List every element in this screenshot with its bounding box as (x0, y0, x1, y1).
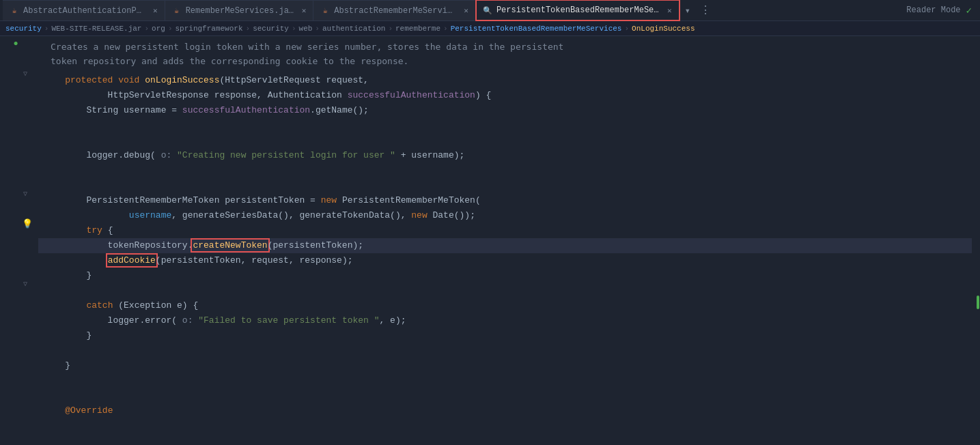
code-line-blank5 (38, 283, 972, 298)
breadcrumb-springframework: springframework (175, 25, 242, 33)
addcookie-indent (44, 255, 108, 265)
code-line-blank7 (38, 373, 972, 388)
scrollbar[interactable] (972, 36, 980, 445)
generate-suffix: , generateSeriesData(), generateTokenDat… (171, 210, 411, 220)
sig-line2-prefix: HttpServletResponse response, Authentica… (44, 90, 348, 100)
code-editor[interactable]: Creates a new persistent login token wit… (38, 36, 972, 445)
tab-label-3: AbstractRememberMeServices.java (334, 6, 457, 16)
tab-persistent-token[interactable]: 🔍 PersistentTokenBasedRememberMeServices… (476, 0, 680, 20)
breadcrumb-web: web (299, 25, 313, 33)
gutter-row-blank4 (0, 171, 34, 186)
label-o1: o: (156, 150, 177, 160)
scrollbar-marker-green (977, 296, 979, 309)
code-line-override: @Override (38, 403, 972, 418)
var-sa2: successfulAuthentication (182, 105, 310, 115)
logger-error-prefix: logger.error( (44, 315, 177, 326)
tab-bar: ☕ AbstractAuthenticationProcessingFilter… (0, 0, 980, 21)
reader-mode-area: Reader Mode ✓ (906, 5, 980, 16)
code-line-logger-error: logger.error( o: "Failed to save persist… (38, 313, 972, 328)
try-indent (44, 225, 86, 235)
code-line-blank8 (38, 388, 972, 403)
gutter-row-8 (0, 231, 34, 246)
tab-overflow-btn[interactable]: ▾ (680, 5, 696, 16)
code-line-logger-debug: logger.debug( o: "Creating new persisten… (38, 148, 972, 163)
comment-block: Creates a new persistent login token wit… (38, 36, 972, 73)
fold-arrow-10[interactable]: ▽ (23, 280, 31, 288)
string-creating: "Creating new persistent login for user … (177, 150, 395, 160)
catch-param: (Exception e) { (113, 300, 198, 311)
kw-protected: protected (44, 75, 118, 85)
gutter-row-blank8 (0, 367, 34, 382)
method-create-new-token: createNewToken (193, 240, 267, 250)
code-line-blank4 (38, 178, 972, 193)
code-line-blank1 (38, 118, 972, 133)
reader-mode-label: Reader Mode (906, 5, 960, 15)
addcookie-args: (persistentToken, request, response); (156, 255, 353, 265)
breadcrumb-security: security (5, 25, 42, 33)
gutter-row-9 (0, 246, 34, 261)
catch-indent (44, 300, 86, 311)
close-tab-2[interactable]: ✕ (302, 6, 307, 15)
token-repo-prefix: tokenRepository. (44, 240, 193, 250)
breadcrumb-org: org (152, 25, 165, 33)
code-line-method-sig: protected void onLoginSuccess(HttpServle… (38, 73, 972, 88)
gutter-row-blank1 (0, 111, 34, 126)
logger-debug-prefix: logger.debug( (44, 150, 156, 160)
fold-arrow-5[interactable]: ▽ (23, 190, 31, 198)
code-line-blank2 (38, 133, 972, 148)
breadcrumb-security2: security (253, 25, 289, 33)
gutter-breakpoint-indicator: ● (11, 39, 20, 48)
logger-debug-suffix: + username); (395, 150, 464, 160)
code-line-catch-close: } (38, 328, 972, 343)
var-username-blue: username (129, 210, 171, 220)
gutter-row-10: ▽ (0, 276, 34, 291)
code-line-persistent-args: username, generateSeriesData(), generate… (38, 208, 972, 223)
type-persistent: PersistentRememberMeToken persistentToke… (44, 195, 321, 205)
annotation-override: @Override (65, 405, 113, 416)
method-add-cookie: addCookie (108, 255, 156, 265)
code-line-blank3 (38, 163, 972, 178)
param-request: request, (321, 75, 369, 85)
java-icon-2: ☕ (172, 6, 182, 16)
tab-abstract-auth[interactable]: ☕ AbstractAuthenticationProcessingFilter… (3, 0, 165, 20)
type-httprequest: HttpServletRequest (225, 75, 320, 85)
gutter: ● ▽ ▽ 💡 ▽ (0, 36, 38, 445)
close-tab-1[interactable]: ✕ (153, 6, 158, 15)
close-tab-4[interactable]: ✕ (667, 6, 672, 15)
date-call: Date()); (428, 210, 475, 220)
gutter-row-6 (0, 201, 34, 216)
gutter-row-11 (0, 291, 34, 306)
gutter-row-comment: ● (0, 36, 34, 66)
gutter-row-2 (0, 81, 34, 96)
code-line-blank6 (38, 343, 972, 358)
assign-op: = (166, 105, 182, 115)
label-o2: o: (177, 315, 198, 326)
gutter-row-4 (0, 141, 34, 156)
var-username: username (124, 105, 166, 115)
var-successful-auth: successfulAuthentication (348, 90, 475, 100)
kw-catch: catch (86, 300, 113, 311)
java-icon-1: ☕ (10, 6, 19, 16)
tab-rememberme-services[interactable]: ☕ RememberMeServices.java ✕ (165, 0, 314, 20)
gutter-lightbulb-icon[interactable]: 💡 (22, 218, 31, 229)
gutter-row-blank7 (0, 351, 34, 367)
tab-menu-btn[interactable]: ⋮ (696, 3, 715, 17)
kw-try: try (86, 225, 102, 235)
method-getname: .getName(); (310, 105, 369, 115)
tab-abstract-rememberme[interactable]: ☕ AbstractRememberMeServices.java ✕ (313, 0, 476, 20)
close-tab-3[interactable]: ✕ (464, 6, 468, 15)
tab-label-4: PersistentTokenBasedRememberMeServices.j… (496, 5, 660, 15)
code-line-method-sig2: HttpServletResponse response, Authentica… (38, 88, 972, 103)
tab-label-1: AbstractAuthenticationProcessingFilter.j… (23, 6, 146, 16)
search-icon-tab: 🔍 (483, 5, 492, 15)
try-close-brace: } (44, 270, 92, 281)
comment-line-1: Creates a new persistent login token wit… (44, 40, 966, 55)
code-line-create-token: tokenRepository.createNewToken(persisten… (38, 238, 972, 253)
breadcrumb-authentication: authentication (322, 25, 385, 33)
fold-arrow-1[interactable]: ▽ (23, 70, 31, 78)
ide-window: ☕ AbstractAuthenticationProcessingFilter… (0, 0, 980, 445)
try-brace: { (102, 225, 113, 235)
gutter-row-14 (0, 382, 34, 397)
gutter-row-blank3 (0, 156, 34, 171)
gutter-row-blank2 (0, 126, 34, 141)
